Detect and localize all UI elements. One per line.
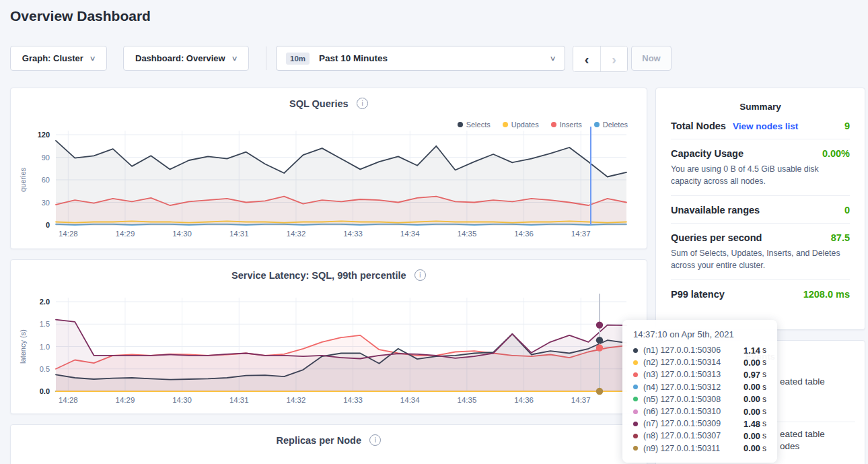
tooltip-unit: s [762,431,766,440]
svg-text:14:30: 14:30 [172,230,192,238]
info-icon[interactable]: i [357,98,368,109]
summary-heading: Summary [671,102,850,112]
summary-value: 87.5 [831,232,850,243]
tooltip-unit: s [762,370,766,379]
chart-header: Service Latency: SQL, 99th percentile i [11,269,647,282]
svg-text:1.5: 1.5 [40,320,50,328]
node-color-dot [633,409,638,414]
time-nav-group: ‹ › [573,46,628,72]
summary-row: Capacity Usage0.00%You are using 0 B of … [671,139,850,196]
graph-dropdown[interactable]: Graph: Cluster ∨ [10,46,107,71]
svg-text:0.5: 0.5 [40,365,50,373]
svg-text:14:31: 14:31 [229,396,249,404]
summary-label: Unavailable ranges [671,205,760,216]
tooltip-node-label: (n9) 127.0.0.1:50311 [643,444,720,453]
chart-header: Replicas per Node i [11,434,647,447]
tooltip-node-label: (n4) 127.0.0.1:50312 [643,383,721,392]
service-latency-chart[interactable]: 14:2814:2914:3014:3114:3214:3314:3414:35… [11,294,648,415]
tooltip-row: (n9) 127.0.0.1:503110.00s [633,442,766,455]
next-interval-button[interactable]: › [600,46,627,71]
tooltip-row: (n1) 127.0.0.1:503061.14s [633,344,766,356]
tooltip-value: 1.48 [744,419,760,429]
svg-text:2.0: 2.0 [40,298,50,306]
summary-label: Total Nodes [671,121,726,131]
tooltip-row: (n5) 127.0.0.1:503080.00s [633,393,766,405]
tooltip-value: 0.00 [744,394,760,404]
tooltip-row: (n6) 127.0.0.1:503100.00s [633,405,766,418]
svg-text:queries: queries [19,167,27,192]
tooltip-node-label: (n1) 127.0.0.1:50306 [643,345,721,355]
svg-text:14:33: 14:33 [343,396,363,404]
info-icon[interactable]: i [369,434,381,446]
svg-text:14:28: 14:28 [59,396,78,404]
tooltip-row: (n3) 127.0.0.1:503130.97s [633,368,766,380]
svg-text:14:37: 14:37 [571,396,591,404]
event-text-fragment: odes [780,441,799,451]
sql-queries-card: SQL Queries i SelectsUpdatesInsertsDelet… [10,88,647,249]
tooltip-unit: s [762,444,766,453]
node-color-dot [633,385,638,389]
chevron-down-icon: ∨ [549,55,556,62]
svg-text:14:33: 14:33 [343,230,363,238]
dashboard-dropdown[interactable]: Dashboard: Overview ∨ [123,46,249,71]
tooltip-unit: s [762,419,766,428]
tooltip-node-label: (n3) 127.0.0.1:50313 [643,370,721,379]
tooltip-row: (n4) 127.0.0.1:503120.00s [633,381,766,393]
replicas-per-node-card: Replicas per Node i [10,424,647,464]
overview-dashboard-page: Overview Dashboard Graph: Cluster ∨ Dash… [0,0,868,464]
summary-value: 9 [844,121,850,131]
tooltip-row: (n7) 127.0.0.1:503091.48s [633,418,766,430]
graph-dropdown-label: Graph: Cluster [22,53,83,63]
tooltip-value: 0.00 [744,358,760,368]
svg-text:120: 120 [38,131,50,139]
tooltip-value: 0.97 [744,370,760,380]
dashboard-dropdown-label: Dashboard: Overview [135,53,225,63]
tooltip-unit: s [762,345,766,355]
service-latency-card: Service Latency: SQL, 99th percentile i … [10,259,647,414]
node-color-dot [633,446,638,451]
event-text-fragment: eated table [780,429,825,439]
tooltip-node-label: (n7) 127.0.0.1:50309 [643,419,721,428]
tooltip-row: (n8) 127.0.0.1:503070.00s [633,430,766,442]
view-nodes-link[interactable]: View nodes list [733,121,798,131]
node-color-dot [633,422,638,426]
chart-header: SQL Queries i [11,97,647,110]
chart-title: Service Latency: SQL, 99th percentile [231,270,406,281]
summary-row-top: Queries per second87.5 [671,232,850,243]
tooltip-unit: s [762,383,766,392]
time-range-label: Past 10 Minutes [319,53,388,63]
now-button[interactable]: Now [631,46,672,71]
tooltip-value: 0.00 [744,382,760,392]
tooltip-unit: s [762,358,766,367]
summary-subtext: You are using 0 B of 4.5 GiB usable disk… [671,163,850,188]
info-icon[interactable]: i [414,269,426,281]
svg-text:0: 0 [46,221,50,229]
svg-text:14:34: 14:34 [400,230,420,238]
summary-row-top: Total NodesView nodes list9 [671,121,850,131]
chart-tooltip: 14:37:10 on Apr 5th, 2021 (n1) 127.0.0.1… [622,320,777,463]
summary-row: P99 latency1208.0 ms [671,280,850,307]
svg-text:14:29: 14:29 [116,396,135,404]
summary-value: 0.00% [822,148,850,159]
svg-text:14:36: 14:36 [514,396,534,404]
summary-row: Total NodesView nodes list9 [671,112,850,139]
time-range-selector[interactable]: 10m Past 10 Minutes ∨ [276,46,565,71]
tooltip-value: 0.00 [744,443,760,453]
svg-text:14:36: 14:36 [514,230,534,238]
svg-text:30: 30 [42,199,50,207]
summary-row-top: Capacity Usage0.00% [671,148,850,159]
summary-value: 1208.0 ms [803,289,850,300]
svg-text:14:37: 14:37 [571,230,591,238]
tooltip-title: 14:37:10 on Apr 5th, 2021 [633,329,766,339]
tooltip-node-label: (n6) 127.0.0.1:50310 [643,407,721,416]
summary-label: Capacity Usage [671,148,744,159]
summary-label: Queries per second [671,232,762,243]
svg-text:14:35: 14:35 [458,396,477,404]
tooltip-node-label: (n8) 127.0.0.1:50307 [643,431,721,440]
prev-interval-button[interactable]: ‹ [573,46,600,71]
node-color-dot [633,360,638,365]
svg-text:14:35: 14:35 [458,230,477,238]
summary-row-top: Unavailable ranges0 [671,205,850,216]
sql-queries-chart[interactable]: 14:2814:2914:3014:3114:3214:3314:3414:35… [11,125,648,246]
summary-subtext: Sum of Selects, Updates, Inserts, and De… [671,247,850,272]
